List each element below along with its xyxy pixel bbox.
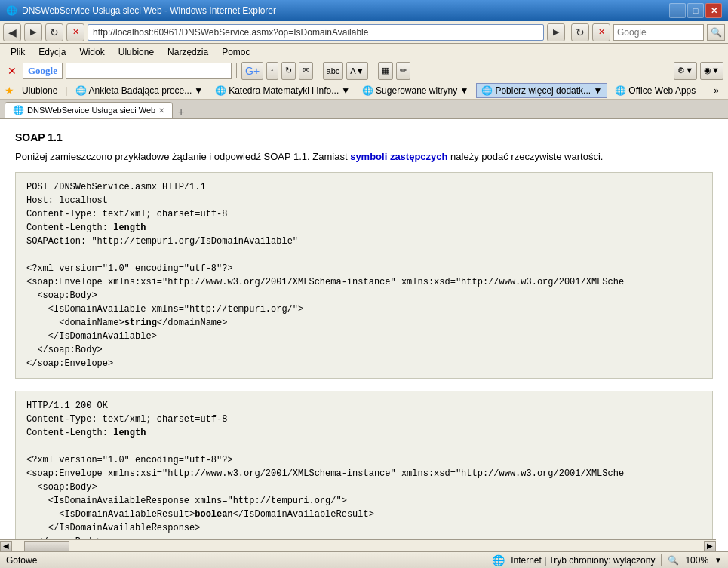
fav-separator: | xyxy=(65,85,67,96)
fav-more-button[interactable]: » xyxy=(709,84,723,97)
minimize-button[interactable]: ─ xyxy=(669,3,686,18)
placeholder-link[interactable]: symboli zastępczych xyxy=(350,151,447,162)
menu-pomoc[interactable]: Pomoc xyxy=(216,45,256,59)
status-sep xyxy=(661,554,662,566)
search-button[interactable]: 🔍 xyxy=(707,24,725,41)
fav-label-2: Sugerowane witryny ▼ xyxy=(376,85,468,96)
forward-button[interactable]: ▶ xyxy=(24,23,42,41)
fav-label-4: Office Web Apps xyxy=(628,85,696,96)
hscroll-left[interactable]: ◀ xyxy=(0,541,12,551)
fav-icon-4: 🌐 xyxy=(615,85,626,96)
content-inner: SOAP 1.1 Poniżej zamieszczono przykładow… xyxy=(0,119,728,551)
google-btn-grid[interactable]: ▦ xyxy=(378,62,393,80)
length-bold-resp: length xyxy=(113,428,146,438)
menu-plik[interactable]: Plik xyxy=(5,45,31,59)
window-controls: ─ □ ✕ xyxy=(669,3,722,18)
google-btn-up[interactable]: ↑ xyxy=(266,62,278,80)
response-code-block: HTTP/1.1 200 OK Content-Type: text/xml; … xyxy=(15,391,713,552)
length-bold-req: length xyxy=(113,223,146,233)
toolbar-close[interactable]: ✕ xyxy=(5,62,20,80)
refresh-button[interactable]: ↻ xyxy=(45,23,63,41)
refresh-small-button[interactable]: ↻ xyxy=(571,23,589,41)
desc-before: Poniżej zamieszczono przykładowe żądanie… xyxy=(15,151,350,162)
close-button[interactable]: ✕ xyxy=(705,3,722,18)
address-input[interactable] xyxy=(88,24,544,41)
request-code-block: POST /DNSWebService.asmx HTTP/1.1 Host: … xyxy=(15,172,713,379)
tab-0[interactable]: 🌐 DNSWebService Usługa sieci Web ✕ xyxy=(5,102,173,118)
google-btn-mail[interactable]: ✉ xyxy=(299,62,313,80)
search-input[interactable] xyxy=(613,24,704,41)
toolbar-sep1 xyxy=(236,63,237,78)
fav-arrow-0: ▼ xyxy=(194,85,203,96)
string-bold: string xyxy=(124,318,157,328)
fav-icon-1: 🌐 xyxy=(215,85,226,96)
menu-widok[interactable]: Widok xyxy=(73,45,110,59)
toolbar-sep2 xyxy=(318,63,318,78)
internet-status-label: Internet | Tryb chroniony: wyłączony xyxy=(511,555,655,566)
soap-description: Poniżej zamieszczono przykładowe żądanie… xyxy=(15,149,713,164)
tab-label-0: DNSWebService Usługa sieci Web xyxy=(27,106,155,115)
fav-label-1: Katedra Matematyki i Info... xyxy=(229,85,339,96)
favorites-bar: ★ Ulubione | 🌐 Ankieta Badająca proce...… xyxy=(0,81,728,100)
fav-arrow-1: ▼ xyxy=(341,85,350,96)
google-extra-button[interactable]: ◉▼ xyxy=(700,62,723,80)
zoom-level: 100% xyxy=(685,555,708,566)
go-button[interactable]: ▶ xyxy=(547,23,565,41)
fav-label-3: Pobierz więcej dodatk... ▼ xyxy=(495,85,602,96)
new-tab-button[interactable]: + xyxy=(174,105,188,118)
google-btn-edit[interactable]: ✏ xyxy=(396,62,410,80)
menu-bar: Plik Edycja Widok Ulubione Narzędzia Pom… xyxy=(0,44,728,60)
google-toolbar: ✕ Google G+ ↑ ↻ ✉ abc A▼ ▦ ✏ ⚙▼ ◉▼ xyxy=(0,60,728,81)
status-bar: Gotowe 🌐 Internet | Tryb chroniony: wyłą… xyxy=(0,551,728,568)
fav-item-0[interactable]: 🌐 Ankieta Badająca proce... ▼ xyxy=(71,84,208,97)
menu-narzedzia[interactable]: Narzędzia xyxy=(161,45,214,59)
fav-item-3[interactable]: 🌐 Pobierz więcej dodatk... ▼ xyxy=(476,83,607,98)
fav-label-0: Ankieta Badająca proce... xyxy=(89,85,192,96)
menu-ulubione[interactable]: Ulubione xyxy=(112,45,160,59)
desc-after: należy podać rzeczywiste wartości. xyxy=(447,151,603,162)
status-text: Gotowe xyxy=(6,555,37,566)
google-btn-plus[interactable]: G+ xyxy=(241,62,263,80)
menu-edycja[interactable]: Edycja xyxy=(32,45,72,59)
back-button[interactable]: ◀ xyxy=(3,23,21,41)
tab-close-0[interactable]: ✕ xyxy=(158,106,164,115)
maximize-button[interactable]: □ xyxy=(687,3,704,18)
tab-icon-0: 🌐 xyxy=(13,105,24,115)
google-btn-refresh[interactable]: ↻ xyxy=(281,62,296,80)
hscroll-right[interactable]: ▶ xyxy=(704,541,716,551)
content-area[interactable]: SOAP 1.1 Poniżej zamieszczono przykładow… xyxy=(0,119,728,551)
fav-item-1[interactable]: 🌐 Katedra Matematyki i Info... ▼ xyxy=(210,84,355,97)
horizontal-scrollbar[interactable]: ◀ ▶ xyxy=(0,539,716,551)
google-search-input[interactable] xyxy=(66,63,232,79)
hscroll-thumb[interactable] xyxy=(24,541,69,551)
address-bar: ◀ ▶ ↻ ✕ ▶ ↻ ✕ 🔍 xyxy=(0,21,728,44)
stop-small-button[interactable]: ✕ xyxy=(592,23,610,41)
tab-bar: 🌐 DNSWebService Usługa sieci Web ✕ + xyxy=(0,100,728,119)
google-logo: Google xyxy=(23,63,63,79)
fav-icon-2: 🌐 xyxy=(362,85,373,96)
zoom-expand-icon[interactable]: ▼ xyxy=(714,556,722,564)
fav-icon-0: 🌐 xyxy=(75,85,87,96)
google-btn-abc[interactable]: abc xyxy=(323,62,344,80)
title-bar-icon: 🌐 xyxy=(6,5,17,16)
internet-status-icon: 🌐 xyxy=(492,554,505,566)
title-bar-text: DNSWebService Usługa sieci Web - Windows… xyxy=(22,5,669,16)
toolbar-sep3 xyxy=(373,63,373,78)
star-icon: ★ xyxy=(5,84,14,97)
boolean-bold: boolean xyxy=(195,509,232,520)
fav-item-2[interactable]: 🌐 Sugerowane witryny ▼ xyxy=(358,84,473,97)
fav-item-4[interactable]: 🌐 Office Web Apps xyxy=(610,84,700,97)
soap-title: SOAP 1.1 xyxy=(15,131,713,143)
google-settings-button[interactable]: ⚙▼ xyxy=(674,62,697,80)
google-btn-a[interactable]: A▼ xyxy=(346,62,367,80)
fav-icon-3: 🌐 xyxy=(481,85,493,96)
zoom-icon: 🔍 xyxy=(668,555,679,566)
title-bar: 🌐 DNSWebService Usługa sieci Web - Windo… xyxy=(0,0,728,21)
favorites-label[interactable]: Ulubione xyxy=(17,84,62,97)
stop-button[interactable]: ✕ xyxy=(66,23,84,41)
